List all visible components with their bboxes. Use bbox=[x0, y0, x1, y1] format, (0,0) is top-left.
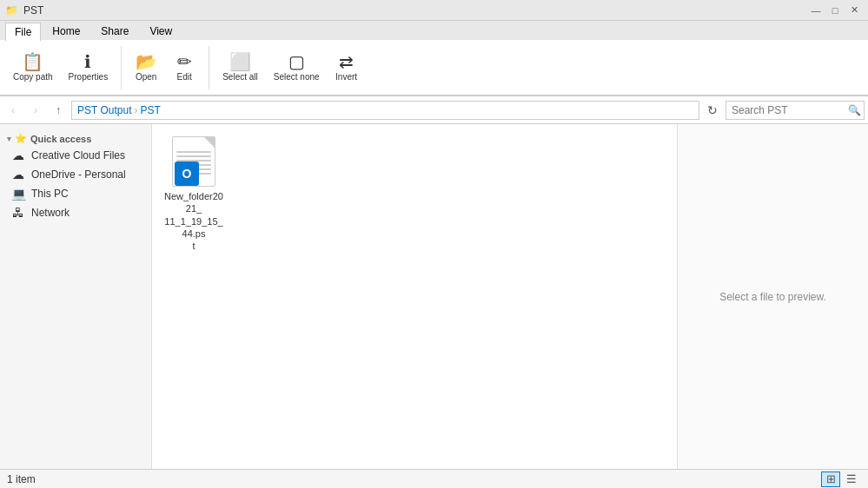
search-input[interactable] bbox=[726, 101, 865, 120]
invert-icon: ⇄ bbox=[339, 53, 354, 70]
file-name: New_folder2021_11_1_19_15_44.pst bbox=[163, 190, 224, 252]
ribbon-btn-edit[interactable]: ✏ Edit bbox=[167, 49, 202, 85]
sidebar-item-onedrive[interactable]: ☁ OneDrive - Personal bbox=[0, 165, 151, 184]
ribbon-btn-open[interactable]: 📂 Open bbox=[129, 49, 163, 85]
title-bar-controls: — □ ✕ bbox=[807, 3, 863, 18]
properties-icon: ℹ bbox=[84, 53, 91, 70]
sidebar-item-onedrive-label: OneDrive - Personal bbox=[31, 168, 126, 181]
title-bar-left: 📁 PST bbox=[5, 4, 43, 16]
select-none-label: Select none bbox=[274, 72, 320, 82]
sidebar-item-creative-cloud[interactable]: ☁ Creative Cloud Files bbox=[0, 146, 151, 165]
ribbon-btn-invert[interactable]: ⇄ Invert bbox=[329, 49, 364, 85]
status-view-buttons: ⊞ ☰ bbox=[821, 472, 861, 487]
address-path[interactable]: PST Output › PST bbox=[71, 101, 699, 120]
edit-icon: ✏ bbox=[177, 53, 192, 70]
status-bar: 1 item ⊞ ☰ bbox=[0, 469, 868, 488]
window-icon: 📁 bbox=[5, 4, 18, 16]
back-button[interactable]: ‹ bbox=[3, 101, 23, 120]
outlook-icon: O bbox=[175, 162, 199, 186]
open-icon: 📂 bbox=[136, 53, 157, 70]
file-icon-wrap: O bbox=[168, 135, 220, 188]
ribbon-tabs: File Home Share View bbox=[0, 21, 868, 40]
sidebar-item-creative-cloud-label: Creative Cloud Files bbox=[31, 149, 125, 162]
ribbon-btn-copy-path[interactable]: 📋 Copy path bbox=[7, 49, 59, 85]
file-item[interactable]: O New_folder2021_11_1_19_15_44.pst bbox=[159, 131, 229, 256]
tab-file[interactable]: File bbox=[5, 23, 41, 41]
copy-path-label: Copy path bbox=[13, 72, 53, 82]
search-wrap: 🔍 bbox=[726, 101, 865, 120]
sidebar-item-thispc-label: This PC bbox=[31, 188, 69, 200]
sidebar-section-quickaccess[interactable]: ▾ ⭐ Quick access bbox=[0, 128, 151, 146]
ribbon-separator bbox=[121, 46, 122, 89]
tab-share[interactable]: Share bbox=[91, 22, 138, 40]
select-none-icon: ▢ bbox=[288, 53, 305, 70]
quickaccess-label: Quick access bbox=[30, 134, 91, 144]
sidebar-item-network-label: Network bbox=[31, 207, 70, 219]
preview-text: Select a file to preview. bbox=[719, 291, 826, 303]
ribbon: File Home Share View 📋 Copy path ℹ Prope… bbox=[0, 21, 868, 96]
sidebar: ▾ ⭐ Quick access ☁ Creative Cloud Files … bbox=[0, 124, 152, 469]
address-bar: ‹ › ↑ PST Output › PST ↻ 🔍 bbox=[0, 96, 868, 124]
file-icon-doc: O bbox=[172, 136, 215, 187]
minimize-button[interactable]: — bbox=[807, 3, 825, 18]
view-list-button[interactable]: ☰ bbox=[842, 472, 861, 487]
tab-home[interactable]: Home bbox=[43, 22, 89, 40]
ribbon-separator-2 bbox=[209, 46, 209, 89]
select-all-icon: ⬜ bbox=[229, 53, 251, 70]
file-area[interactable]: O New_folder2021_11_1_19_15_44.pst bbox=[152, 124, 677, 469]
address-path-part-output[interactable]: PST Output bbox=[77, 104, 131, 116]
status-item-count: 1 item bbox=[7, 473, 36, 485]
window-title: PST bbox=[23, 4, 43, 16]
ribbon-btn-select-all[interactable]: ⬜ Select all bbox=[216, 49, 264, 85]
creative-cloud-icon: ☁ bbox=[10, 148, 26, 162]
network-icon: 🖧 bbox=[10, 206, 26, 220]
edit-label: Edit bbox=[177, 72, 192, 82]
copy-path-icon: 📋 bbox=[22, 53, 43, 70]
onedrive-icon: ☁ bbox=[10, 168, 26, 181]
properties-label: Properties bbox=[69, 72, 109, 82]
view-grid-button[interactable]: ⊞ bbox=[821, 472, 840, 487]
title-bar: 📁 PST — □ ✕ bbox=[0, 0, 868, 21]
file-line-1 bbox=[176, 151, 211, 153]
sidebar-item-network[interactable]: 🖧 Network bbox=[0, 203, 151, 222]
invert-label: Invert bbox=[335, 72, 357, 82]
ribbon-content: 📋 Copy path ℹ Properties 📂 Open ✏ Edit ⬜… bbox=[0, 40, 868, 96]
preview-panel: Select a file to preview. bbox=[677, 124, 868, 469]
address-path-part-pst[interactable]: PST bbox=[140, 104, 160, 116]
thispc-icon: 💻 bbox=[10, 187, 26, 201]
select-all-label: Select all bbox=[222, 72, 258, 82]
main-area: ▾ ⭐ Quick access ☁ Creative Cloud Files … bbox=[0, 124, 868, 469]
tab-view[interactable]: View bbox=[140, 22, 182, 40]
maximize-button[interactable]: □ bbox=[826, 3, 844, 18]
quickaccess-icon: ⭐ bbox=[15, 133, 27, 144]
ribbon-btn-properties[interactable]: ℹ Properties bbox=[63, 49, 115, 85]
file-grid: O New_folder2021_11_1_19_15_44.pst bbox=[159, 131, 670, 256]
ribbon-btn-select-none[interactable]: ▢ Select none bbox=[268, 49, 326, 85]
up-button[interactable]: ↑ bbox=[49, 101, 68, 120]
quickaccess-arrow: ▾ bbox=[7, 135, 11, 143]
forward-button[interactable]: › bbox=[26, 101, 45, 120]
close-button[interactable]: ✕ bbox=[845, 3, 863, 18]
sidebar-item-thispc[interactable]: 💻 This PC bbox=[0, 184, 151, 203]
open-label: Open bbox=[136, 72, 156, 82]
file-line-2 bbox=[176, 155, 211, 157]
refresh-button[interactable]: ↻ bbox=[703, 101, 722, 120]
